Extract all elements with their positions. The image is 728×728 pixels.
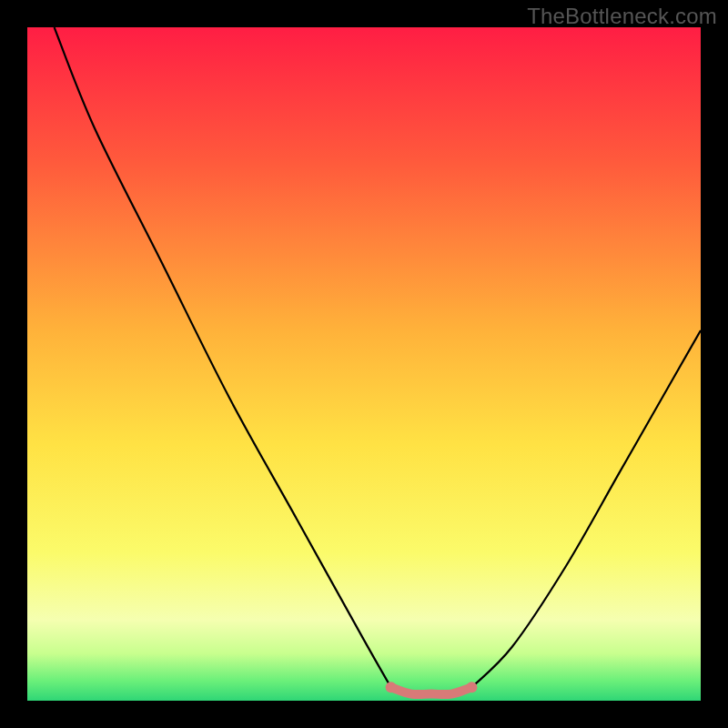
curve-right-branch: [471, 330, 701, 687]
flat-end-dot: [466, 682, 477, 693]
chart-frame: TheBottleneck.com: [0, 0, 728, 728]
bottleneck-curve: [27, 27, 701, 701]
plot-area: [27, 27, 701, 701]
flat-start-dot: [386, 682, 397, 693]
curve-flat-highlight: [391, 687, 472, 694]
watermark-text: TheBottleneck.com: [527, 4, 717, 29]
curve-left-branch: [55, 27, 391, 687]
